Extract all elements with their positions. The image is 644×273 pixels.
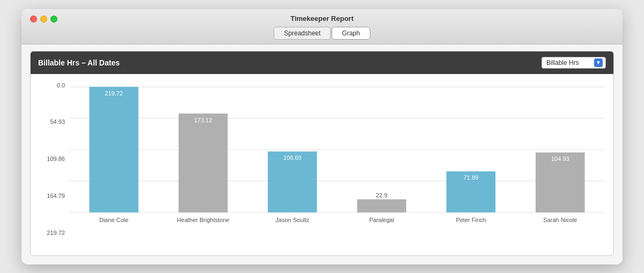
chart-header: Billable Hrs – All Dates Billable Hrs No… [31, 51, 613, 74]
bar-heather-brightstone [179, 113, 228, 212]
title-bar: Timekeeper Report Spreadsheet Graph [21, 9, 623, 45]
tab-graph[interactable]: Graph [332, 27, 370, 40]
bar-label-5: Sarah Nicole [543, 217, 577, 223]
bar-chart-svg: 219.72Diane Cole173.12Heather Brightston… [69, 83, 605, 249]
minimize-button[interactable] [40, 16, 47, 23]
tab-spreadsheet[interactable]: Spreadsheet [274, 27, 331, 40]
chart-container: Billable Hrs – All Dates Billable Hrs No… [30, 51, 614, 256]
bar-paralegal [357, 199, 406, 212]
y-label-1: 164.79 [39, 193, 65, 199]
bar-label-2: Jason Soultz [275, 217, 309, 223]
bar-label-4: Peter Finch [456, 217, 486, 223]
bar-value-3: 22.9 [376, 191, 387, 198]
maximize-button[interactable] [50, 16, 57, 23]
traffic-lights [30, 16, 57, 23]
close-button[interactable] [30, 16, 37, 23]
y-label-0: 219.72 [39, 230, 65, 236]
y-label-3: 54.93 [39, 119, 65, 125]
chart-title: Billable Hrs – All Dates [38, 58, 120, 67]
main-content: Billable Hrs – All Dates Billable Hrs No… [21, 45, 623, 264]
app-window: Timekeeper Report Spreadsheet Graph Bill… [21, 9, 623, 264]
y-label-4: 0.0 [39, 83, 65, 88]
bar-diane-cole [89, 87, 138, 212]
bar-label-3: Paralegal [369, 217, 394, 223]
bar-value-5: 104.93 [551, 156, 569, 162]
bar-value-2: 106.69 [283, 154, 302, 161]
bar-label-1: Heather Brightstone [177, 217, 230, 223]
y-label-2: 109.86 [39, 156, 65, 162]
bar-label-0: Diane Cole [99, 217, 128, 223]
bar-value-4: 71.89 [464, 174, 479, 181]
window-title: Timekeeper Report [290, 14, 354, 23]
chart-area: 219.72Diane Cole173.12Heather Brightston… [69, 83, 605, 251]
metric-dropdown[interactable]: Billable Hrs Non-Billable Hrs Total Hrs [541, 57, 606, 69]
bar-value-1: 173.12 [194, 116, 213, 123]
dropdown-wrapper: Billable Hrs Non-Billable Hrs Total Hrs … [541, 57, 606, 69]
chart-body: 219.72 164.79 109.86 54.93 0.0 219.72Dia… [31, 74, 613, 255]
y-axis: 219.72 164.79 109.86 54.93 0.0 [39, 83, 65, 251]
tab-bar: Spreadsheet Graph [274, 27, 370, 40]
bar-value-0: 219.72 [105, 90, 123, 97]
